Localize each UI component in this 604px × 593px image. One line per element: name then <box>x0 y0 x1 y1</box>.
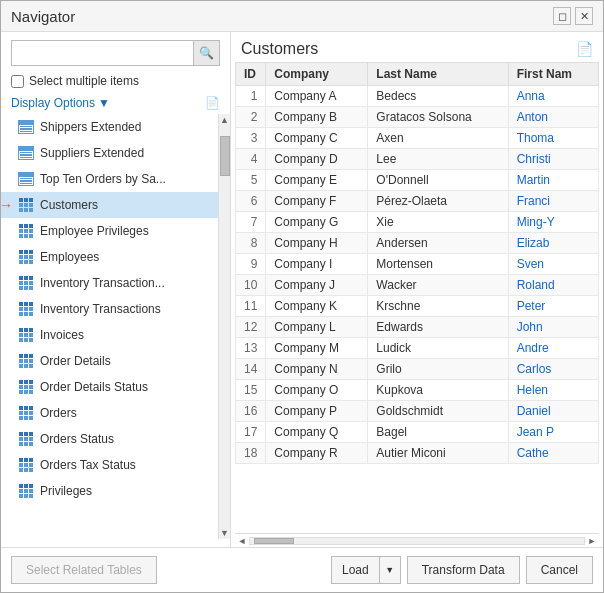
cell-last-name: Ludick <box>368 338 508 359</box>
nav-item-customers[interactable]: →Customers <box>1 192 218 218</box>
cell-id: 11 <box>236 296 266 317</box>
cell-id: 6 <box>236 191 266 212</box>
cell-company: Company B <box>266 107 368 128</box>
left-panel: 🔍 Select multiple items Display Options … <box>1 32 231 547</box>
cell-last-name: Krschne <box>368 296 508 317</box>
column-header-id[interactable]: ID <box>236 63 266 86</box>
cell-id: 10 <box>236 275 266 296</box>
table-icon <box>17 404 35 422</box>
column-header-first-nam[interactable]: First Nam <box>508 63 598 86</box>
load-button[interactable]: Load ▼ <box>331 556 401 584</box>
cell-last-name: Wacker <box>368 275 508 296</box>
nav-item-employees[interactable]: Employees <box>1 244 218 270</box>
search-input[interactable] <box>12 41 193 65</box>
footer-right: Load ▼ Transform Data Cancel <box>331 556 593 584</box>
transform-data-button[interactable]: Transform Data <box>407 556 520 584</box>
scroll-down-arrow[interactable]: ▼ <box>219 527 231 539</box>
select-related-button[interactable]: Select Related Tables <box>11 556 157 584</box>
column-header-last-name[interactable]: Last Name <box>368 63 508 86</box>
table-row[interactable]: 10Company JWackerRoland <box>236 275 599 296</box>
nav-item-order-details-status[interactable]: Order Details Status <box>1 374 218 400</box>
cell-last-name: Bagel <box>368 422 508 443</box>
nav-item-suppliers-extended[interactable]: Suppliers Extended <box>1 140 218 166</box>
nav-item-orders[interactable]: Orders <box>1 400 218 426</box>
cell-id: 14 <box>236 359 266 380</box>
nav-item-label: Employees <box>40 250 99 264</box>
cell-company: Company J <box>266 275 368 296</box>
table-row[interactable]: 16Company PGoldschmidtDaniel <box>236 401 599 422</box>
select-multiple-checkbox[interactable] <box>11 75 24 88</box>
cell-last-name: Gratacos Solsona <box>368 107 508 128</box>
table-header-row: IDCompanyLast NameFirst Nam <box>236 63 599 86</box>
data-table-scroll[interactable]: IDCompanyLast NameFirst Nam 1Company ABe… <box>235 62 599 533</box>
table-row[interactable]: 8Company HAndersenElizab <box>236 233 599 254</box>
dialog-footer: Select Related Tables Load ▼ Transform D… <box>1 547 603 592</box>
nav-item-label: Orders Tax Status <box>40 458 136 472</box>
table-row[interactable]: 17Company QBagelJean P <box>236 422 599 443</box>
right-panel-icon[interactable]: 📄 <box>576 41 593 57</box>
cell-first-name: Peter <box>508 296 598 317</box>
table-row[interactable]: 9Company IMortensenSven <box>236 254 599 275</box>
table-row[interactable]: 11Company KKrschnePeter <box>236 296 599 317</box>
navigator-dialog: Navigator ◻ ✕ 🔍 Select multiple items Di… <box>0 0 604 593</box>
nav-item-label: Invoices <box>40 328 84 342</box>
table-row[interactable]: 14Company NGriloCarlos <box>236 359 599 380</box>
nav-item-inventory-transaction[interactable]: Inventory Transaction... <box>1 270 218 296</box>
h-scroll-right-arrow[interactable]: ► <box>585 534 599 548</box>
cancel-button[interactable]: Cancel <box>526 556 593 584</box>
cell-id: 8 <box>236 233 266 254</box>
nav-item-label: Orders <box>40 406 77 420</box>
table-row[interactable]: 1Company ABedecsAnna <box>236 86 599 107</box>
nav-item-orders-tax-status[interactable]: Orders Tax Status <box>1 452 218 478</box>
title-bar: Navigator ◻ ✕ <box>1 1 603 32</box>
table-row[interactable]: 12Company LEdwardsJohn <box>236 317 599 338</box>
scroll-up-arrow[interactable]: ▲ <box>219 114 231 126</box>
nav-item-label: Inventory Transaction... <box>40 276 165 290</box>
table-icon <box>17 482 35 500</box>
table-row[interactable]: 3Company CAxenThoma <box>236 128 599 149</box>
cell-last-name: Kupkova <box>368 380 508 401</box>
column-header-company[interactable]: Company <box>266 63 368 86</box>
table-row[interactable]: 5Company EO'DonnellMartin <box>236 170 599 191</box>
cell-last-name: Xie <box>368 212 508 233</box>
nav-item-label: Order Details Status <box>40 380 148 394</box>
cell-id: 4 <box>236 149 266 170</box>
scroll-thumb[interactable] <box>220 136 230 176</box>
left-scrollbar[interactable]: ▲ ▼ <box>218 114 230 539</box>
nav-item-orders-status[interactable]: Orders Status <box>1 426 218 452</box>
nav-item-employee-privileges[interactable]: Employee Privileges <box>1 218 218 244</box>
table-row[interactable]: 13Company MLudickAndre <box>236 338 599 359</box>
cell-first-name: Jean P <box>508 422 598 443</box>
cell-first-name: Daniel <box>508 401 598 422</box>
cell-company: Company H <box>266 233 368 254</box>
nav-item-order-details[interactable]: Order Details <box>1 348 218 374</box>
cell-company: Company C <box>266 128 368 149</box>
nav-item-top-ten-orders[interactable]: Top Ten Orders by Sa... <box>1 166 218 192</box>
search-button[interactable]: 🔍 <box>193 41 219 65</box>
table-row[interactable]: 7Company GXieMing-Y <box>236 212 599 233</box>
table-row[interactable]: 4Company DLeeChristi <box>236 149 599 170</box>
display-options-header[interactable]: Display Options ▼ 📄 <box>1 94 230 114</box>
cell-first-name: Sven <box>508 254 598 275</box>
cell-last-name: Edwards <box>368 317 508 338</box>
h-scroll-left-arrow[interactable]: ◄ <box>235 534 249 548</box>
table-row[interactable]: 6Company FPérez-OlaetaFranci <box>236 191 599 212</box>
table-row[interactable]: 2Company BGratacos SolsonaAnton <box>236 107 599 128</box>
close-button[interactable]: ✕ <box>575 7 593 25</box>
restore-button[interactable]: ◻ <box>553 7 571 25</box>
nav-item-invoices[interactable]: Invoices <box>1 322 218 348</box>
table-row[interactable]: 15Company OKupkovaHelen <box>236 380 599 401</box>
display-options-arrow-icon: ▼ <box>98 96 110 110</box>
cell-last-name: Bedecs <box>368 86 508 107</box>
h-scroll-thumb[interactable] <box>254 538 294 544</box>
table-row[interactable]: 18Company RAutier MiconiCathe <box>236 443 599 464</box>
nav-item-inventory-transactions[interactable]: Inventory Transactions <box>1 296 218 322</box>
cell-id: 9 <box>236 254 266 275</box>
nav-item-privileges[interactable]: Privileges <box>1 478 218 504</box>
table-icon <box>17 196 35 214</box>
load-dropdown-arrow[interactable]: ▼ <box>380 557 400 583</box>
nav-item-shippers-extended[interactable]: Shippers Extended <box>1 114 218 140</box>
cell-first-name: Helen <box>508 380 598 401</box>
h-scroll-track[interactable] <box>249 537 585 545</box>
table-icon <box>17 222 35 240</box>
